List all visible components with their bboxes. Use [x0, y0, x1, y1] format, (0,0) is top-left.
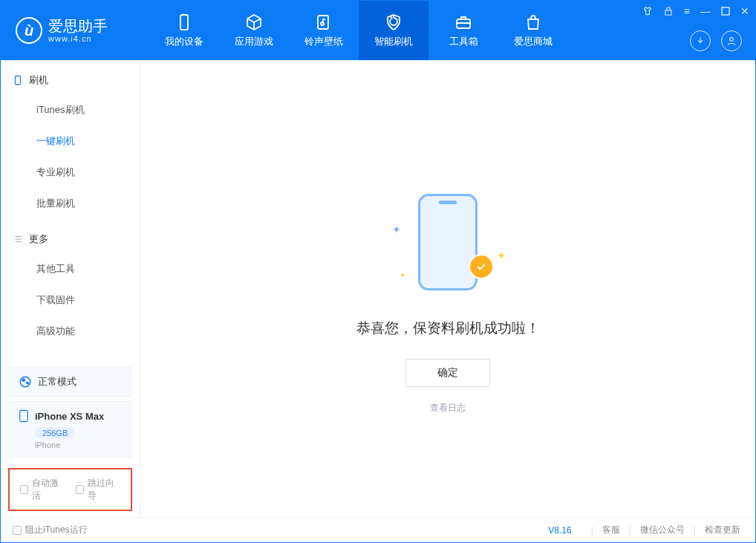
success-message: 恭喜您，保资料刷机成功啦！	[356, 319, 540, 338]
tab-label: 智能刷机	[374, 35, 413, 48]
tab-toolbox[interactable]: 工具箱	[428, 1, 498, 60]
mode-label: 正常模式	[38, 375, 76, 388]
svg-point-8	[20, 377, 30, 387]
sparkle-icon: ✦	[392, 224, 401, 235]
svg-rect-5	[722, 7, 729, 15]
checkbox-icon	[13, 526, 22, 535]
svg-point-9	[22, 379, 25, 381]
close-button[interactable]: ✕	[740, 5, 749, 17]
phone-icon	[13, 75, 23, 85]
version-label: V8.16	[548, 525, 571, 536]
mode-icon	[19, 375, 32, 388]
tab-label: 铃声壁纸	[304, 35, 343, 48]
bag-icon	[524, 13, 543, 32]
checkbox-skip-guide[interactable]: 跳过向导	[76, 477, 121, 502]
tab-store[interactable]: 爱思商城	[498, 1, 568, 60]
svg-rect-11	[20, 410, 28, 421]
sidebar-item-other[interactable]: 其他工具	[1, 253, 140, 284]
view-log-link[interactable]: 查看日志	[430, 402, 466, 414]
titlebar: ù 爱思助手 www.i4.cn 我的设备 应用游戏 铃声壁纸 智能刷机 工具箱	[1, 1, 755, 60]
tab-apps[interactable]: 应用游戏	[219, 1, 289, 60]
wechat-link[interactable]: 微信公众号	[637, 524, 688, 536]
tab-mydevice[interactable]: 我的设备	[149, 1, 219, 60]
device-name: iPhone XS Max	[35, 411, 104, 422]
tab-ring[interactable]: 铃声壁纸	[289, 1, 359, 60]
checkbox-block-itunes[interactable]: 阻止iTunes运行	[13, 524, 88, 536]
device-icon	[175, 13, 194, 32]
app-title: 爱思助手	[48, 18, 108, 34]
sparkle-icon: ✦	[497, 250, 506, 261]
phone-illustration-icon	[418, 194, 478, 290]
statusbar: 阻止iTunes运行 V8.16 | 客服 | 微信公众号 | 检查更新	[1, 517, 755, 542]
sidebar-section-flash: 刷机	[1, 60, 140, 94]
mode-panel: 正常模式	[8, 367, 132, 397]
support-link[interactable]: 客服	[599, 524, 623, 536]
main-content: ✦ ✦ ✦ 恭喜您，保资料刷机成功啦！ 确定 查看日志	[140, 60, 755, 517]
sidebar-item-download[interactable]: 下载固件	[1, 284, 140, 316]
cube-icon	[244, 13, 264, 32]
sparkle-icon: ✦	[400, 271, 405, 279]
sidebar-item-batch[interactable]: 批量刷机	[1, 188, 140, 219]
options-highlight: 自动激活 跳过向导	[8, 468, 132, 511]
lock-icon[interactable]	[663, 6, 674, 16]
svg-rect-0	[180, 15, 188, 30]
main-tabs: 我的设备 应用游戏 铃声壁纸 智能刷机 工具箱 爱思商城	[149, 1, 568, 60]
sidebar-item-itunes[interactable]: iTunes刷机	[1, 94, 140, 126]
checkbox-auto-activate[interactable]: 自动激活	[20, 477, 65, 502]
tab-flash[interactable]: 智能刷机	[359, 1, 428, 60]
update-link[interactable]: 检查更新	[702, 524, 743, 536]
sidebar: 刷机 iTunes刷机 一键刷机 专业刷机 批量刷机 更多 其他工具 下载固件 …	[1, 60, 140, 517]
svg-rect-7	[16, 76, 21, 85]
device-panel[interactable]: iPhone XS Max 256GB iPhone	[8, 401, 132, 458]
app-logo: ù 爱思助手 www.i4.cn	[1, 17, 149, 44]
menu-icon[interactable]: ≡	[684, 5, 690, 17]
music-icon	[314, 13, 333, 32]
svg-rect-3	[457, 19, 470, 28]
device-capacity: 256GB	[35, 427, 75, 439]
tab-label: 爱思商城	[514, 35, 553, 48]
check-badge-icon	[469, 254, 494, 279]
tab-label: 应用游戏	[235, 35, 273, 48]
svg-point-6	[730, 37, 734, 41]
ok-button[interactable]: 确定	[405, 359, 490, 387]
sidebar-item-adv[interactable]: 高级功能	[1, 316, 140, 347]
app-subtitle: www.i4.cn	[48, 34, 108, 43]
svg-point-10	[27, 382, 28, 383]
shield-icon	[384, 13, 403, 32]
success-illustration: ✦ ✦ ✦	[388, 194, 507, 298]
svg-point-2	[321, 22, 324, 25]
tab-label: 我的设备	[165, 35, 203, 48]
logo-icon: ù	[16, 17, 42, 44]
user-button[interactable]	[721, 30, 742, 51]
sidebar-item-onekey[interactable]: 一键刷机	[1, 126, 140, 157]
svg-rect-4	[665, 10, 671, 15]
download-button[interactable]	[690, 30, 711, 51]
tab-label: 工具箱	[449, 35, 478, 48]
minimize-button[interactable]: —	[700, 5, 711, 17]
checkbox-icon	[76, 485, 84, 494]
toolbox-icon	[454, 13, 473, 32]
device-type: iPhone	[35, 440, 122, 449]
sidebar-section-more: 更多	[1, 219, 140, 253]
device-icon	[19, 409, 29, 423]
tshirt-icon[interactable]	[642, 6, 653, 16]
maximize-button[interactable]	[721, 7, 730, 16]
list-icon	[13, 234, 23, 244]
window-controls: ≡ — ✕	[642, 5, 749, 17]
sidebar-item-pro[interactable]: 专业刷机	[1, 157, 140, 188]
checkbox-icon	[20, 485, 28, 494]
